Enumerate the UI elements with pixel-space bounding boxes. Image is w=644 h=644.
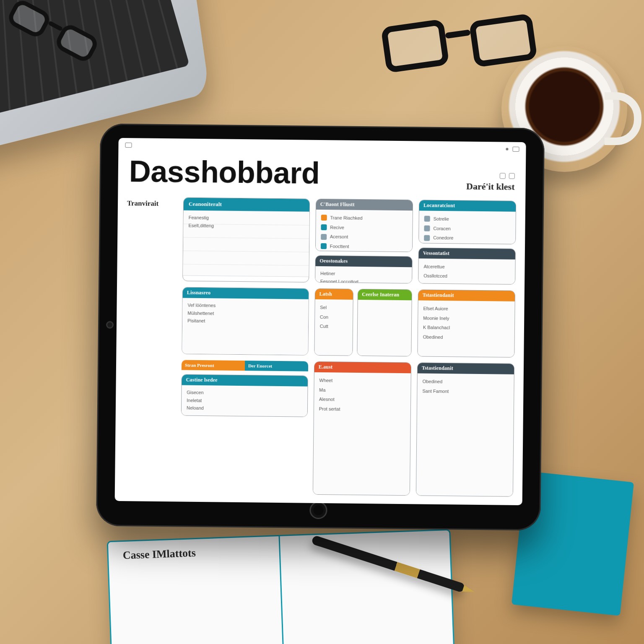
header-action-2-icon[interactable] xyxy=(509,173,515,179)
panel-mid3-title: E.aust xyxy=(314,362,411,373)
list-item[interactable]: Prot sertat xyxy=(319,404,405,415)
list-item[interactable]: K Balanchacl xyxy=(423,323,509,333)
list-item[interactable]: Sel xyxy=(320,303,348,312)
list-item[interactable]: Atcerettue xyxy=(423,262,510,272)
panel-right3-body: Obedined Sant Famont xyxy=(416,373,514,496)
list-item[interactable]: Sotrelie xyxy=(424,214,510,225)
list-item-label: Corern heresund xyxy=(423,282,458,285)
panel-mid-sub: Oeostonakes Hetiner Fesonet Loccottort xyxy=(315,255,413,283)
tab-a[interactable]: Stran Presront xyxy=(182,360,245,371)
panel-low1-body: Vef lööntenes Mülshettenet Pisitanet xyxy=(182,298,308,355)
panel-mid-list: C'Baont Fliustt Trane Riachked Recive Ac… xyxy=(315,199,413,252)
list-item[interactable]: Alesnot xyxy=(319,395,405,405)
bullet-icon xyxy=(321,215,327,221)
panel-tabbed: Castine lsedee Gisecen Ineletat Neloand xyxy=(181,374,308,417)
cell: Feanestig xyxy=(189,214,209,222)
list-item-label: Sotrelie xyxy=(433,215,449,223)
status-dot-icon xyxy=(506,148,508,151)
list-item-label: Sel xyxy=(320,304,327,312)
status-icon xyxy=(125,143,132,148)
panel-mid2-a-title: Latsh xyxy=(315,289,353,300)
list-item-label: Ossllotcced xyxy=(423,272,447,280)
panel-right-b: Vessontatist Atcerettue Ossllotcced Core… xyxy=(418,247,516,285)
header-actions xyxy=(496,173,515,179)
list-item[interactable]: Con xyxy=(320,312,348,322)
tablet-camera xyxy=(107,322,112,327)
panel-mid3-body: Wheet Ma Alesnot Prot sertat xyxy=(313,372,411,495)
cell: Hetiner xyxy=(320,270,335,278)
list-item-label: Trane Riachked xyxy=(330,214,362,222)
list-item[interactable]: Acersont xyxy=(321,232,407,242)
tab-b[interactable]: Der Enorcet xyxy=(245,361,308,371)
panel-right-a: Locanratciont Sotrelie Coracen Conedore … xyxy=(418,200,516,244)
bullet-icon xyxy=(321,224,327,230)
row: Pisitanet xyxy=(187,317,303,326)
header-action-1-icon[interactable] xyxy=(500,173,506,179)
dashboard-grid: Tranvirait Ceanoniteralt Feanestig Eselt… xyxy=(115,192,526,505)
tablet-device: Dasshobbard Daré'it klest Tranvirait Cea… xyxy=(96,123,545,530)
list-item[interactable]: Recive xyxy=(321,223,407,233)
list-item[interactable]: Moonie Inely xyxy=(423,313,509,324)
panel-right3: Tstastiendanit Obedined Sant Famont xyxy=(416,362,514,496)
panel-mid-list-body: Trane Riachked Recive Acersont Foocttent… xyxy=(315,210,412,252)
status-battery-icon xyxy=(512,147,519,152)
list-item-label: Obedined xyxy=(422,378,442,386)
panel-mid-sub-title: Oeostonakes xyxy=(315,256,412,267)
list-item[interactable]: Obedined xyxy=(422,377,509,387)
list-item[interactable]: Corern heresund xyxy=(423,281,510,285)
panel-overview-title: Ceanoniteralt xyxy=(184,198,309,212)
list-item[interactable]: Foocttent xyxy=(321,242,407,252)
list-item[interactable]: Efset Auiore xyxy=(423,304,509,314)
bullet-icon xyxy=(321,234,327,240)
panel-tabbed-body: Gisecen Ineletat Neloand xyxy=(182,385,307,417)
panel-low1: Lissnasreo Vef lööntenes Mülshettenet Pi… xyxy=(182,287,309,356)
list-item-label: Wheet xyxy=(319,377,332,384)
panel-right2-body: Efset Auiore Moonie Inely K Balanchacl O… xyxy=(418,300,515,357)
panel-mid2-a-body: Sel Con Cutt xyxy=(314,299,353,356)
list-item[interactable]: Coracen xyxy=(424,223,510,234)
list-item-label: Sant Famont xyxy=(422,387,449,395)
tab-strip: Stran Presront Der Enorcet xyxy=(182,360,308,371)
tablet-screen: Dasshobbard Daré'it klest Tranvirait Cea… xyxy=(115,138,526,505)
list-item-label: Moonie Inely xyxy=(423,314,449,322)
list-item[interactable]: Wheet xyxy=(319,376,405,386)
panel-right3-title: Tstastiendanit xyxy=(418,363,514,374)
bullet-icon xyxy=(321,243,327,249)
panel-overview-footer xyxy=(183,275,309,282)
panel-right-b-body: Atcerettue Ossllotcced Corern heresund xyxy=(418,258,515,285)
list-item-label: Foocttent xyxy=(330,242,349,250)
list-item[interactable]: Ossllotcced xyxy=(423,271,510,282)
row: Neloand xyxy=(187,404,302,413)
open-notebook-prop: Casse IMlattots xyxy=(107,529,455,644)
list-item-label: Prot sertat xyxy=(319,405,340,413)
list-item-label: Acersont xyxy=(330,233,348,241)
panel-mid2-b-title: Ceerlse Inateran xyxy=(358,289,412,300)
app-header: Dasshobbard Daré'it klest xyxy=(118,151,526,197)
list-item[interactable]: Obedined xyxy=(423,332,509,343)
cell: Fesonet Loccottort xyxy=(320,278,358,283)
list-item-label: Cutt xyxy=(320,322,328,330)
list-item-label: Obedined xyxy=(423,333,443,341)
list-item[interactable]: Conedore xyxy=(424,233,510,244)
panel-mid3: E.aust Wheet Ma Alesnot Prot sertat xyxy=(313,361,411,496)
panel-tabbed-title: Castine lsedee xyxy=(182,375,308,387)
panel-mid-list-title: C'Baont Fliustt xyxy=(316,199,413,210)
list-item-label: Con xyxy=(320,313,328,321)
panel-right2: Tstastiendanit Efset Auiore Moonie Inely… xyxy=(417,289,515,357)
tablet-home-button[interactable] xyxy=(309,501,327,519)
panel-right2-title: Tstastiendanit xyxy=(418,290,515,301)
list-item-label: Coracen xyxy=(433,224,451,232)
list-item-label: Ma xyxy=(319,386,325,394)
list-item[interactable]: Cutt xyxy=(320,322,348,331)
panel-mid2-b: Ceerlse Inateran xyxy=(357,289,412,356)
list-item[interactable]: Sant Famont xyxy=(422,386,509,397)
list-item[interactable]: Trane Riachked xyxy=(321,213,407,223)
list-item-label: Conedore xyxy=(433,234,454,242)
page-title: Dasshobbard xyxy=(129,154,319,190)
bullet-icon xyxy=(424,235,430,241)
panel-mid2-a: Latsh Sel Con Cutt xyxy=(314,288,353,356)
list-item-label: Recive xyxy=(330,223,344,231)
panel-right-a-title: Locanratciont xyxy=(419,200,516,211)
list-item[interactable]: Ma xyxy=(319,385,405,396)
list-item-label: Alesnot xyxy=(319,395,335,403)
